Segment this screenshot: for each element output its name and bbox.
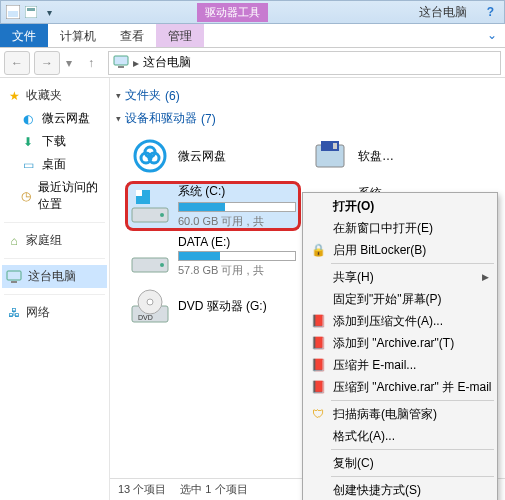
navigation-pane: ★ 收藏夹 ◐ 微云网盘 ⬇ 下载 ▭ 桌面 ◷ 最近访问的位置 ⌂ 家庭组	[0, 78, 110, 500]
hdd-icon	[130, 236, 170, 276]
menu-compress-rar-email[interactable]: 📕 压缩到 "Archive.rar" 并 E-mail	[305, 376, 495, 398]
svg-point-27	[147, 299, 153, 305]
nav-back-button[interactable]: ←	[4, 51, 30, 75]
address-box[interactable]: ▸ 这台电脑	[108, 51, 501, 75]
drive-floppy-a[interactable]: 软盘驱动器 (A:)	[308, 134, 398, 178]
menu-bitlocker[interactable]: 🔒 启用 BitLocker(B)	[305, 239, 495, 261]
submenu-arrow-icon: ▶	[482, 272, 489, 282]
svg-rect-7	[11, 281, 17, 283]
rar-icon: 📕	[309, 356, 327, 374]
svg-rect-6	[7, 271, 21, 280]
tab-computer[interactable]: 计算机	[48, 24, 108, 47]
menu-compress-email[interactable]: 📕 压缩并 E-mail...	[305, 354, 495, 376]
qat-dropdown-icon[interactable]: ▾	[41, 4, 57, 20]
hdd-icon	[130, 186, 170, 226]
window-title: 这台电脑	[419, 4, 467, 21]
menu-pin-start[interactable]: 固定到"开始"屏幕(P)	[305, 288, 495, 310]
menu-add-archive[interactable]: 📕 添加到压缩文件(A)...	[305, 310, 495, 332]
menu-create-shortcut[interactable]: 创建快捷方式(S)	[305, 479, 495, 500]
svg-point-16	[160, 213, 164, 217]
tab-view[interactable]: 查看	[108, 24, 156, 47]
section-drives[interactable]: 设备和驱动器 (7)	[114, 107, 501, 130]
drive-data-e[interactable]: DATA (E:) .drive-item:nth-child(5) .bar:…	[128, 234, 298, 278]
menu-open[interactable]: 打开(O)	[305, 195, 495, 217]
network-icon: 🖧	[6, 305, 22, 321]
menu-copy[interactable]: 复制(C)	[305, 452, 495, 474]
context-menu: 打开(O) 在新窗口中打开(E) 🔒 启用 BitLocker(B) 共享(H)…	[302, 192, 498, 500]
sidebar-item-desktop[interactable]: ▭ 桌面	[2, 153, 107, 176]
sidebar-item-weiyun[interactable]: ◐ 微云网盘	[2, 107, 107, 130]
menu-scan-virus[interactable]: 🛡 扫描病毒(电脑管家)	[305, 403, 495, 425]
dvd-icon: DVD	[130, 286, 170, 326]
svg-rect-4	[114, 56, 128, 65]
usage-bar: .drive-item.selected .bar::after{width:4…	[178, 202, 296, 212]
ribbon-contextual-label: 驱动器工具	[197, 3, 268, 22]
cloud-icon	[130, 136, 170, 176]
star-icon: ★	[6, 88, 22, 104]
shield-icon: 🛡	[309, 405, 327, 423]
ribbon-expand-icon[interactable]: ⌄	[479, 24, 505, 47]
pc-icon	[6, 269, 22, 285]
menu-format[interactable]: 格式化(A)...	[305, 425, 495, 447]
breadcrumb-chevron-icon[interactable]: ▸	[133, 56, 139, 70]
nav-recent-dropdown[interactable]: ▾	[64, 56, 74, 70]
qat-properties-icon[interactable]	[23, 4, 39, 20]
window-titlebar: ▾ 驱动器工具 这台电脑 ?	[0, 0, 505, 24]
svg-text:DVD: DVD	[138, 314, 153, 321]
svg-rect-1	[8, 11, 18, 17]
svg-rect-2	[25, 6, 37, 18]
drive-weiyun[interactable]: 微云网盘	[128, 134, 298, 178]
sidebar-favorites[interactable]: ★ 收藏夹	[2, 84, 107, 107]
download-icon: ⬇	[20, 134, 36, 150]
svg-point-23	[160, 263, 164, 267]
lock-icon: 🔒	[309, 241, 327, 259]
rar-icon: 📕	[309, 312, 327, 330]
sidebar-item-downloads[interactable]: ⬇ 下载	[2, 130, 107, 153]
section-folders[interactable]: 文件夹 (6)	[114, 84, 501, 107]
app-icon	[5, 4, 21, 20]
svg-point-11	[145, 147, 155, 157]
menu-separator	[331, 400, 494, 401]
svg-rect-14	[333, 143, 337, 149]
nav-up-button[interactable]: ↑	[78, 51, 104, 75]
pc-icon	[113, 55, 129, 71]
quick-access-toolbar: ▾	[5, 4, 57, 20]
drive-system-c[interactable]: 系统 (C:) .drive-item.selected .bar::after…	[128, 184, 298, 228]
sidebar-homegroup[interactable]: ⌂ 家庭组	[2, 229, 107, 252]
homegroup-icon: ⌂	[6, 233, 22, 249]
status-selection: 选中 1 个项目	[180, 482, 247, 497]
svg-rect-3	[27, 8, 35, 11]
svg-rect-5	[118, 66, 124, 68]
nav-forward-button[interactable]: →	[34, 51, 60, 75]
ribbon-tabs: 文件 计算机 查看 管理 ⌄	[0, 24, 505, 48]
tab-manage[interactable]: 管理	[156, 24, 204, 47]
rar-icon: 📕	[309, 378, 327, 396]
help-button[interactable]: ?	[487, 5, 494, 19]
menu-add-archive-rar[interactable]: 📕 添加到 "Archive.rar"(T)	[305, 332, 495, 354]
desktop-icon: ▭	[20, 157, 36, 173]
usage-bar: .drive-item:nth-child(5) .bar::after{wid…	[178, 251, 296, 261]
status-item-count: 13 个项目	[118, 482, 166, 497]
svg-rect-18	[136, 190, 142, 196]
menu-separator	[331, 263, 494, 264]
menu-separator	[331, 449, 494, 450]
tab-file[interactable]: 文件	[0, 24, 48, 47]
menu-open-new-window[interactable]: 在新窗口中打开(E)	[305, 217, 495, 239]
rar-icon: 📕	[309, 334, 327, 352]
recent-icon: ◷	[20, 188, 32, 204]
menu-separator	[331, 476, 494, 477]
drive-dvd-g[interactable]: DVD DVD 驱动器 (G:)	[128, 284, 298, 328]
menu-share[interactable]: 共享(H) ▶	[305, 266, 495, 288]
floppy-icon	[310, 136, 350, 176]
sidebar-item-recent[interactable]: ◷ 最近访问的位置	[2, 176, 107, 216]
breadcrumb-location[interactable]: 这台电脑	[143, 54, 191, 71]
cloud-icon: ◐	[20, 111, 36, 127]
address-bar: ← → ▾ ↑ ▸ 这台电脑	[0, 48, 505, 78]
sidebar-this-pc[interactable]: 这台电脑	[2, 265, 107, 288]
sidebar-network[interactable]: 🖧 网络	[2, 301, 107, 324]
